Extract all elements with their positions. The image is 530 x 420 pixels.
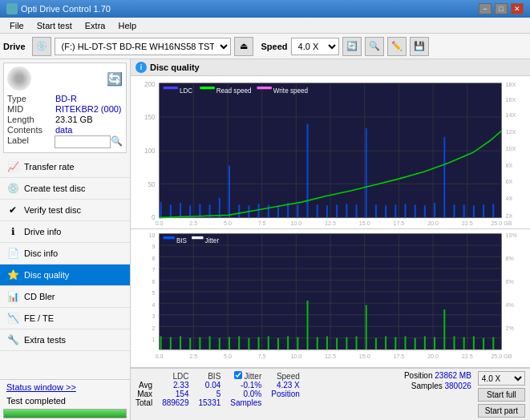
svg-rect-134: [394, 337, 396, 349]
svg-rect-46: [385, 205, 386, 217]
content-area: i Disc quality: [131, 59, 530, 420]
disc-label-input[interactable]: [55, 135, 111, 148]
max-label: Max: [136, 390, 162, 398]
svg-text:3: 3: [152, 313, 156, 320]
sidebar-item-drive-info[interactable]: ℹDrive info: [0, 221, 130, 243]
total-ldc: 889629: [162, 398, 198, 407]
refresh-button[interactable]: 🔄: [342, 37, 362, 56]
svg-rect-48: [404, 204, 406, 217]
type-label: Type: [7, 94, 55, 103]
sidebar-item-fe---te[interactable]: 📉FE / TE: [0, 308, 130, 329]
svg-text:100: 100: [144, 147, 156, 155]
label-edit-icon[interactable]: 🔍: [111, 135, 123, 148]
write-button[interactable]: ✏️: [387, 37, 407, 56]
start-buttons: 4.0 X Start full Start part: [478, 371, 525, 418]
disc-mid-row: MID RITEKBR2 (000): [7, 104, 123, 114]
nav-icon: 📊: [6, 290, 19, 303]
samples-label-text: Samples: [411, 382, 445, 390]
disc-refresh-button[interactable]: 🔄: [107, 71, 123, 87]
menu-extra[interactable]: Extra: [79, 19, 112, 32]
nav-icon: 📉: [6, 312, 19, 325]
svg-rect-24: [170, 204, 172, 217]
scan-button[interactable]: 🔍: [365, 37, 384, 56]
svg-rect-47: [394, 204, 396, 217]
close-button[interactable]: ✕: [511, 3, 524, 14]
svg-rect-52: [443, 137, 445, 218]
samples-label: Samples: [230, 398, 271, 407]
sidebar-item-create-test-disc[interactable]: 💿Create test disc: [0, 178, 130, 200]
nav-label: Verify test disc: [24, 205, 81, 215]
disc-label-row: Label 🔍: [7, 135, 123, 148]
sidebar-item-extra-tests[interactable]: 🔧Extra tests: [0, 329, 130, 351]
menu-file[interactable]: File: [3, 19, 30, 32]
svg-text:10: 10: [149, 231, 156, 238]
nav-list: 📈Transfer rate💿Create test disc✔Verify t…: [0, 156, 130, 351]
svg-rect-34: [268, 204, 269, 217]
disc-quality-icon: i: [136, 62, 147, 73]
stats-max-row: Max 154 5 0.0% Position: [136, 390, 310, 398]
disc-panel: 🔄 Type BD-R MID RITEKBR2 (000) Length 23…: [3, 63, 127, 153]
nav-label: Extra tests: [24, 335, 66, 345]
jitter-label: Jitter: [245, 372, 262, 381]
svg-rect-144: [492, 337, 494, 349]
drive-icon-btn[interactable]: 💿: [32, 37, 51, 56]
svg-rect-136: [415, 337, 416, 349]
svg-text:4: 4: [152, 301, 156, 308]
drive-select[interactable]: (F:) HL-DT-ST BD-RE WH16NS58 TST4: [55, 38, 231, 55]
svg-rect-23: [160, 202, 162, 218]
status-completed-text: Test completed: [0, 394, 130, 407]
start-full-button[interactable]: Start full: [478, 388, 525, 402]
col-header-jitter-check: Jitter: [230, 371, 271, 381]
contents-value: data: [55, 125, 72, 135]
svg-rect-53: [453, 204, 455, 217]
svg-text:12.5: 12.5: [325, 353, 336, 360]
svg-rect-54: [463, 204, 465, 217]
svg-rect-56: [483, 204, 484, 217]
sidebar-item-verify-test-disc[interactable]: ✔Verify test disc: [0, 200, 130, 221]
menu-help[interactable]: Help: [111, 19, 143, 32]
eject-button[interactable]: ⏏: [234, 37, 253, 56]
maximize-button[interactable]: □: [495, 3, 508, 14]
nav-label: Drive info: [24, 227, 61, 236]
position-label: Position: [271, 390, 310, 398]
svg-rect-114: [199, 337, 200, 349]
svg-text:LDC: LDC: [180, 86, 192, 94]
max-jitter: 0.0%: [230, 390, 271, 398]
nav-label: FE / TE: [24, 313, 54, 323]
svg-rect-44: [366, 128, 367, 218]
status-bar-left: Status window >> Test completed: [0, 379, 130, 420]
svg-rect-25: [180, 203, 181, 217]
svg-rect-49: [415, 204, 416, 217]
svg-text:BIS: BIS: [176, 236, 187, 244]
jitter-checkbox[interactable]: [234, 371, 242, 379]
stats-table: LDC BIS Jitter Speed Avg 2.: [136, 371, 398, 407]
main-layout: 🔄 Type BD-R MID RITEKBR2 (000) Length 23…: [0, 59, 530, 420]
save-button[interactable]: 💾: [410, 37, 429, 56]
sidebar-progress-container: [3, 409, 127, 418]
speed-select-stats[interactable]: 4.0 X: [478, 371, 525, 386]
sidebar-item-disc-quality[interactable]: ⭐Disc quality: [0, 265, 130, 286]
speed-value: 4.23 X: [271, 381, 310, 390]
start-part-button[interactable]: Start part: [478, 404, 525, 418]
speed-select[interactable]: 4.0 X: [291, 38, 339, 55]
length-value: 23.31 GB: [55, 115, 92, 124]
mid-value: RITEKBR2 (000): [55, 104, 122, 114]
sidebar-item-cd-bler[interactable]: 📊CD Bler: [0, 286, 130, 308]
svg-rect-129: [346, 337, 347, 349]
svg-text:0.0: 0.0: [156, 220, 164, 227]
svg-rect-30: [229, 166, 230, 218]
minimize-button[interactable]: −: [479, 3, 492, 14]
stats-total-row: Total 889629 15331 Samples: [136, 398, 310, 407]
svg-text:5.0: 5.0: [224, 353, 232, 360]
svg-rect-37: [297, 204, 298, 217]
nav-label: Transfer rate: [24, 162, 75, 172]
svg-rect-33: [258, 204, 260, 217]
status-window-button[interactable]: Status window >>: [0, 380, 130, 394]
svg-rect-40: [326, 205, 328, 217]
svg-text:15.0: 15.0: [359, 220, 370, 227]
svg-text:25.0 GB: 25.0 GB: [491, 220, 512, 227]
svg-rect-140: [453, 336, 455, 349]
sidebar-item-disc-info[interactable]: 📄Disc info: [0, 243, 130, 265]
sidebar-item-transfer-rate[interactable]: 📈Transfer rate: [0, 156, 130, 178]
menu-start-test[interactable]: Start test: [30, 19, 79, 32]
